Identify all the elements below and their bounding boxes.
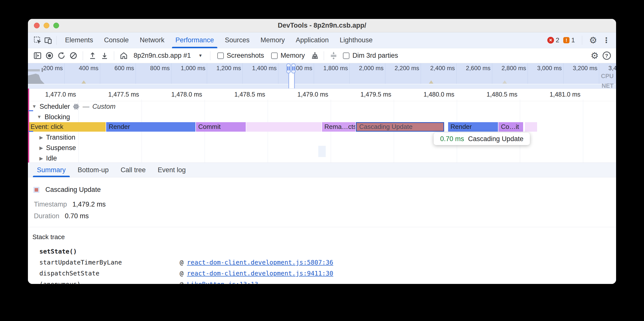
selection-handle-left[interactable] bbox=[286, 63, 290, 73]
ruler-tick-label: 1,481.0 ms bbox=[526, 91, 580, 98]
tab-application[interactable]: Application bbox=[290, 32, 334, 48]
dim-3rd-parties-checkbox[interactable]: Dim 3rd parties bbox=[340, 52, 401, 59]
overview-tick-label: 1,400 ms bbox=[241, 65, 277, 72]
live-metrics-button[interactable] bbox=[118, 50, 129, 61]
flame-event-cascading[interactable]: Cascading Update bbox=[356, 122, 444, 132]
tab-performance[interactable]: Performance bbox=[170, 32, 220, 48]
overview-tick-label: 400 ms bbox=[62, 65, 98, 72]
record-and-reload-button[interactable] bbox=[56, 50, 67, 61]
screenshots-checkbox[interactable]: Screenshots bbox=[214, 52, 267, 59]
checkbox-icon bbox=[343, 52, 350, 59]
collect-garbage-button[interactable] bbox=[309, 50, 320, 61]
flame-event-commit[interactable]: Co…it bbox=[498, 122, 524, 132]
triangle-down-icon: ▼ bbox=[37, 114, 42, 120]
device-toolbar-button[interactable] bbox=[43, 35, 53, 45]
collapse-flame-button[interactable] bbox=[328, 50, 339, 61]
memory-checkbox[interactable]: Memory bbox=[268, 52, 308, 59]
chart-highlight-rect bbox=[318, 146, 326, 157]
panel-toggle-icon bbox=[34, 51, 42, 60]
flame-event-event[interactable]: Event: click bbox=[28, 122, 106, 132]
source-location-link[interactable]: react-dom-client.development.js:5807:36 bbox=[187, 259, 333, 266]
tab-sources[interactable]: Sources bbox=[219, 32, 255, 48]
zoom-button[interactable] bbox=[53, 23, 59, 28]
tab-elements[interactable]: Elements bbox=[60, 32, 99, 48]
flame-event-render[interactable]: Render bbox=[106, 122, 196, 132]
inspect-element-button[interactable] bbox=[32, 35, 43, 45]
source-location-link[interactable]: react-dom-client.development.js:9411:30 bbox=[187, 270, 333, 277]
overview-tick-label: 2,600 ms bbox=[454, 65, 490, 72]
settings-gear-icon[interactable]: ⚙ bbox=[589, 36, 597, 45]
devtools-tab-bar: ElementsConsoleNetworkPerformanceSources… bbox=[28, 32, 616, 48]
gc-brush-icon bbox=[310, 51, 318, 60]
stack-frame: dispatchSetState@react-dom-client.develo… bbox=[40, 268, 616, 279]
flame-event-pending[interactable] bbox=[246, 122, 322, 132]
timestamp-row: Timestamp 1,479.2 ms bbox=[28, 201, 616, 208]
timeline-marker-triangle bbox=[502, 80, 507, 84]
tab-memory[interactable]: Memory bbox=[255, 32, 290, 48]
ruler-divider bbox=[28, 101, 616, 101]
flame-bars-row: Event: clickRenderCommitRema…ctsCascadin… bbox=[28, 122, 616, 132]
tab-network[interactable]: Network bbox=[134, 32, 170, 48]
ruler-tick-label: 1,477.5 ms bbox=[84, 91, 139, 98]
history-select[interactable]: 8p2n9n.csb.app #1 ▼ bbox=[130, 52, 206, 59]
summary-header: Cascading Update bbox=[28, 177, 616, 194]
tab-summary[interactable]: Summary bbox=[31, 163, 72, 177]
custom-track-color-strip bbox=[28, 89, 29, 162]
overview-tick-label: 600 ms bbox=[98, 65, 134, 72]
ruler-tick-label: 1,477.0 ms bbox=[28, 91, 76, 98]
flame-event-commit[interactable]: Commit bbox=[196, 122, 246, 132]
flame-chart-area[interactable]: 1,477.0 ms1,477.5 ms1,478.0 ms1,478.5 ms… bbox=[28, 89, 616, 162]
more-options-icon[interactable]: ⋮ bbox=[601, 36, 612, 44]
selection-handle-right[interactable] bbox=[291, 63, 296, 73]
row-blocking[interactable]: ▼ Blocking bbox=[28, 112, 616, 122]
event-color-swatch bbox=[34, 187, 40, 193]
close-button[interactable] bbox=[34, 23, 40, 28]
error-count: 2 bbox=[556, 36, 559, 44]
track-kind-label: Custom bbox=[92, 103, 116, 111]
stack-function-name: dispatchSetState bbox=[40, 270, 180, 277]
stack-trace-title: Stack trace bbox=[28, 227, 616, 241]
tab-call-tree[interactable]: Call tree bbox=[115, 163, 152, 177]
source-location-link[interactable]: LikeButton.js:13:13 bbox=[187, 281, 258, 284]
atom-icon bbox=[73, 103, 80, 110]
stack-function-name: startUpdateTimerByLane bbox=[40, 259, 180, 266]
toolbar-divider bbox=[324, 51, 324, 60]
screenshots-label: Screenshots bbox=[227, 52, 264, 59]
overview-screenshot-strip bbox=[28, 69, 40, 71]
toggle-sidebar-button[interactable] bbox=[32, 50, 43, 61]
console-warnings-button[interactable]: ! 1 bbox=[563, 36, 575, 44]
tab-lighthouse[interactable]: Lighthouse bbox=[334, 32, 378, 48]
panel-tabs: ElementsConsoleNetworkPerformanceSources… bbox=[60, 32, 378, 48]
track-header-scheduler[interactable]: ▼ Scheduler — Custom bbox=[28, 102, 616, 111]
net-track-label: NET bbox=[602, 82, 614, 89]
toolbar-divider bbox=[210, 51, 210, 60]
ruler-tick-label: 1,480.0 ms bbox=[400, 91, 454, 98]
record-button[interactable] bbox=[44, 50, 55, 61]
record-icon bbox=[45, 51, 54, 60]
ruler-tick-label: 1,478.5 ms bbox=[210, 91, 265, 98]
overview-selection-window[interactable] bbox=[288, 72, 295, 88]
active-tab-underline bbox=[172, 47, 218, 48]
tab-console[interactable]: Console bbox=[99, 32, 134, 48]
devtools-window: DevTools - 8p2n9n.csb.app/ ElementsConso… bbox=[28, 19, 616, 284]
timestamp-value: 1,479.2 ms bbox=[72, 201, 106, 208]
tab-bottom-up[interactable]: Bottom-up bbox=[72, 163, 115, 177]
timeline-overview[interactable]: 200 ms400 ms600 ms800 ms1,000 ms1,200 ms… bbox=[28, 63, 616, 89]
stack-frame: (anonymous)@LikeButton.js:13:13 bbox=[40, 279, 616, 284]
tab-event-log[interactable]: Event log bbox=[152, 163, 192, 177]
help-button[interactable]: ? bbox=[601, 50, 612, 61]
flame-event-remaining[interactable]: Rema…cts bbox=[322, 122, 356, 132]
clear-button[interactable] bbox=[68, 50, 79, 61]
stack-frame: startUpdateTimerByLane@react-dom-client.… bbox=[40, 257, 616, 268]
flame-event-render[interactable]: Render bbox=[448, 122, 498, 132]
capture-settings-button[interactable]: ⚙ bbox=[589, 50, 600, 61]
save-profile-button[interactable] bbox=[99, 50, 110, 61]
error-icon: × bbox=[547, 37, 554, 43]
row-label: Transition bbox=[46, 134, 76, 141]
cpu-activity-graph bbox=[28, 74, 44, 84]
load-profile-button[interactable] bbox=[87, 50, 98, 61]
warning-icon: ! bbox=[563, 37, 570, 43]
minimize-button[interactable] bbox=[44, 23, 49, 28]
flame-event-pending[interactable] bbox=[525, 122, 538, 132]
console-errors-button[interactable]: × 2 bbox=[547, 36, 559, 44]
